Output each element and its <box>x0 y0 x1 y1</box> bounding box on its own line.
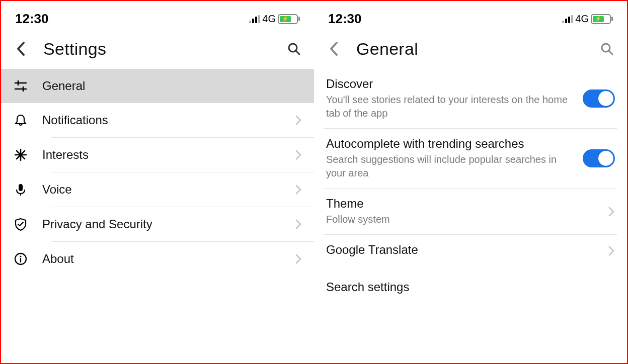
discover-toggle[interactable] <box>583 89 615 108</box>
search-icon <box>600 42 614 56</box>
chevron-left-icon <box>329 41 339 56</box>
item-subtitle: Search suggestions will include popular … <box>326 153 573 180</box>
search-button[interactable] <box>597 39 617 59</box>
settings-item-label: General <box>42 79 302 93</box>
chevron-right-icon <box>295 253 302 264</box>
settings-list: General Notifications Interests <box>1 69 314 276</box>
chevron-right-icon <box>295 149 302 160</box>
chevron-right-icon <box>608 206 615 217</box>
bell-icon <box>13 113 28 127</box>
general-item-discover[interactable]: Discover You'll see stories related to y… <box>314 69 627 128</box>
chevron-right-icon <box>295 219 302 230</box>
settings-item-interests[interactable]: Interests <box>1 138 314 172</box>
item-subtitle: Follow system <box>326 213 598 226</box>
general-item-search-settings[interactable]: Search settings <box>314 267 627 309</box>
settings-item-label: Voice <box>42 183 281 197</box>
svg-line-16 <box>609 51 612 54</box>
asterisk-icon <box>13 148 28 162</box>
search-button[interactable] <box>284 39 304 59</box>
general-item-translate[interactable]: Google Translate <box>314 235 627 267</box>
settings-item-general[interactable]: General <box>1 69 314 103</box>
settings-item-about[interactable]: About <box>1 242 314 276</box>
svg-line-1 <box>296 51 299 54</box>
search-icon <box>287 42 301 56</box>
signal-icon <box>249 15 260 23</box>
item-title: Theme <box>326 197 598 211</box>
shield-check-icon <box>13 217 28 231</box>
signal-icon <box>562 15 573 23</box>
general-list: Discover You'll see stories related to y… <box>314 69 627 309</box>
item-title: Autocomplete with trending searches <box>326 137 573 151</box>
screen-settings: 12:30 4G ⚡ Settings Gen <box>1 1 314 363</box>
settings-item-label: Privacy and Security <box>42 217 281 231</box>
svg-point-13 <box>20 255 21 257</box>
svg-rect-10 <box>19 184 23 191</box>
chevron-left-icon <box>16 41 26 56</box>
item-title: Discover <box>326 77 573 91</box>
status-bar: 12:30 4G ⚡ <box>1 6 314 31</box>
general-item-theme[interactable]: Theme Follow system <box>314 189 627 234</box>
status-time: 12:30 <box>328 11 362 27</box>
page-title: General <box>356 39 585 59</box>
header: General <box>314 31 627 69</box>
battery-icon: ⚡ <box>591 14 613 24</box>
settings-item-label: Interests <box>42 148 281 162</box>
item-title: Search settings <box>326 280 615 294</box>
autocomplete-toggle[interactable] <box>583 149 615 167</box>
settings-item-privacy[interactable]: Privacy and Security <box>1 207 314 241</box>
item-subtitle: You'll see stories related to your inter… <box>326 93 573 120</box>
dual-screenshot-frame: 12:30 4G ⚡ Settings Gen <box>0 0 628 364</box>
sliders-icon <box>13 79 28 93</box>
settings-item-label: About <box>42 252 281 266</box>
item-title: Google Translate <box>326 243 598 257</box>
page-title: Settings <box>43 39 272 59</box>
network-label: 4G <box>575 13 589 25</box>
settings-item-notifications[interactable]: Notifications <box>1 103 314 137</box>
back-button[interactable] <box>11 39 31 59</box>
status-bar: 12:30 4G ⚡ <box>314 6 627 31</box>
header: Settings <box>1 31 314 69</box>
settings-item-label: Notifications <box>42 113 281 127</box>
status-time: 12:30 <box>15 11 49 27</box>
info-icon <box>13 252 28 266</box>
screen-general: 12:30 4G ⚡ General Discover Yo <box>314 1 627 363</box>
settings-item-voice[interactable]: Voice <box>1 172 314 207</box>
general-item-autocomplete[interactable]: Autocomplete with trending searches Sear… <box>314 129 627 188</box>
chevron-right-icon <box>295 184 302 195</box>
back-button[interactable] <box>324 39 344 59</box>
network-label: 4G <box>262 13 276 25</box>
battery-icon: ⚡ <box>278 14 300 24</box>
chevron-right-icon <box>295 115 302 126</box>
chevron-right-icon <box>608 245 615 256</box>
mic-icon <box>13 183 28 197</box>
status-right: 4G ⚡ <box>562 13 613 25</box>
status-right: 4G ⚡ <box>249 13 300 25</box>
